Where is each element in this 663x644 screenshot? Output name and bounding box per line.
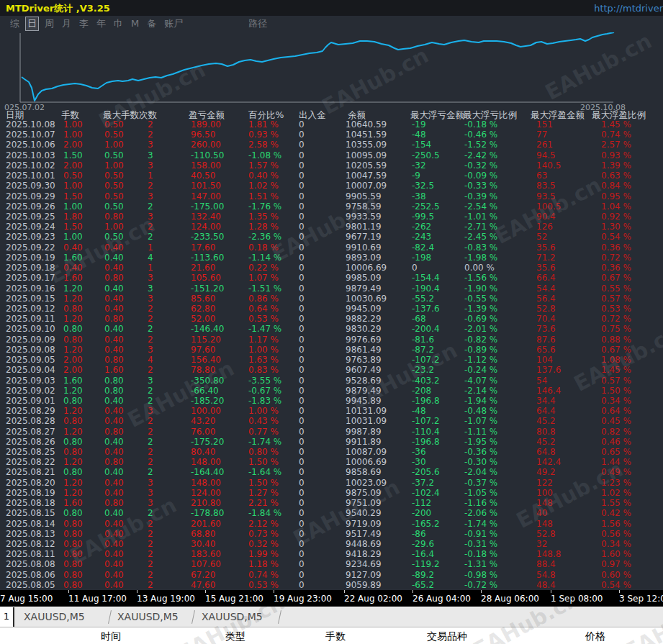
table-cell: 3 (148, 150, 153, 160)
table-row: 2025.10.062.001.003260.002.58 %010355.09… (0, 140, 663, 150)
table-cell: 2.58 % (248, 140, 279, 150)
table-cell: 43.20 (191, 416, 215, 426)
toolbar-item-巾[interactable]: 巾 (112, 17, 125, 30)
table-row: 2025.08.110.800.402183.601.99 %09418.29-… (0, 549, 663, 559)
table-cell: -0.69 % (464, 314, 497, 324)
table-cell: -1.84 % (248, 508, 281, 518)
table-cell: 0.40 (104, 253, 124, 263)
table-cell: 2025.09.26 (6, 201, 55, 212)
table-cell: 2025.08.19 (6, 488, 55, 498)
table-cell: 0 (299, 396, 305, 406)
table-cell: 1.20 (63, 406, 83, 416)
table-cell: 0.97 % (601, 559, 631, 569)
table-cell: 1.00 (104, 222, 124, 232)
table-cell: 3 (148, 294, 153, 304)
table-cell: 2025.09.30 (6, 181, 55, 191)
table-cell: -233.50 (191, 232, 224, 242)
period-toolbar: 综日周月李年巾M备账尸路径 (9, 17, 269, 30)
table-cell: -1.07 % (464, 416, 497, 426)
table-cell: -1.31 % (464, 559, 497, 569)
table-cell: 0.95 % (601, 191, 631, 201)
table-cell: 2 (148, 314, 153, 324)
table-cell: 1.60 (63, 376, 83, 386)
toolbar-item-日[interactable]: 日 (26, 17, 38, 30)
table-cell: 0.80 (63, 396, 83, 406)
toolbar-item-周[interactable]: 周 (43, 17, 55, 30)
table-cell: 32 (536, 539, 547, 549)
table-cell: 2 (148, 570, 153, 580)
table-cell: 54.4 (536, 284, 556, 294)
toolbar-item-李[interactable]: 李 (78, 17, 90, 30)
table-cell: 0 (299, 140, 305, 150)
table-cell: 0.56 % (601, 529, 631, 539)
table-cell: 2.57 % (601, 140, 631, 150)
table-cell: 85.60 (191, 294, 215, 304)
table-cell: 0.80 (104, 355, 124, 365)
table-cell: 2025.10.08 (6, 119, 55, 130)
table-cell: 0 (299, 437, 305, 447)
table-cell: -107.2 (412, 355, 440, 365)
table-cell: 0.73 % (248, 529, 279, 539)
table-cell: -198 (412, 253, 431, 263)
table-cell: 1.00 (63, 232, 83, 242)
table-cell: 2025.09.03 (6, 376, 55, 386)
table-cell: 0.40 (104, 549, 124, 559)
table-cell: -68 (412, 314, 426, 324)
toolbar-item-账尸[interactable]: 账尸 (163, 17, 184, 30)
symbol-tab[interactable]: XAUUSD,M5 (24, 607, 85, 627)
table-cell: 0.80 (63, 447, 83, 457)
axis-tick (412, 590, 413, 593)
table-cell: 0 (299, 253, 305, 263)
table-cell: 2025.09.11 (6, 314, 55, 324)
table-cell: 0 (299, 324, 305, 334)
table-cell: 2 (148, 386, 153, 396)
table-cell: 9893.09 (346, 253, 382, 263)
table-cell: 1.00 (63, 201, 83, 212)
table-cell: 0.80 (63, 335, 83, 345)
table-cell: 1.20 (63, 488, 83, 498)
table-row: 2025.10.022.001.003158.001.57 %010205.59… (0, 160, 663, 171)
table-cell: 1.63 % (248, 355, 279, 365)
table-cell: -165.2 (412, 519, 440, 529)
table-cell: 2025.09.01 (6, 396, 55, 406)
table-cell: 66.4 (536, 273, 556, 283)
vendor-url-link[interactable]: http://mtdriver (594, 3, 663, 14)
table-cell: 65.6 (536, 345, 556, 355)
page-tab[interactable]: 1 (0, 607, 14, 627)
terminal-column-header: 交易品种 (427, 630, 467, 643)
table-cell: 0.50 (104, 130, 124, 140)
table-cell: 260.00 (191, 140, 221, 150)
table-cell: 2025.10.01 (6, 171, 55, 181)
toolbar-item-path[interactable]: 路径 (247, 17, 269, 30)
table-cell: -164.40 (191, 467, 224, 477)
table-cell: 1.60 (63, 253, 83, 263)
table-row: 2025.08.181.600.803210.802.21 %09751.09-… (0, 498, 663, 508)
table-cell: 0 (299, 457, 305, 467)
table-cell: 0.40 (104, 580, 124, 590)
table-cell: 0.80 (63, 508, 83, 518)
table-cell: 48.4 (536, 580, 556, 590)
table-cell: 9059.89 (346, 580, 382, 590)
table-cell: 2 (148, 437, 153, 447)
table-cell: -1.39 % (464, 304, 497, 314)
table-cell: 73.6 (536, 324, 556, 334)
table-cell: 21.60 (191, 263, 215, 273)
toolbar-item-备[interactable]: 备 (145, 17, 158, 30)
toolbar-item-月[interactable]: 月 (60, 17, 73, 30)
table-cell: -36 (412, 447, 426, 457)
toolbar-item-年[interactable]: 年 (95, 17, 107, 30)
toolbar-item-综[interactable]: 综 (9, 17, 21, 30)
table-cell: 71.2 (536, 253, 556, 263)
table-cell: 0.72 % (601, 253, 631, 263)
table-cell: 0.88 % (601, 335, 631, 345)
table-cell: -208 (412, 386, 431, 396)
table-cell: 2 (148, 130, 153, 140)
table-cell: 9234.69 (346, 559, 382, 569)
table-cell: 9879.49 (346, 284, 382, 294)
time-axis-label: 19 Aug 23:00 (274, 594, 332, 604)
symbol-tab[interactable]: XAUUSD,M5 (202, 607, 263, 627)
table-cell: -196.8 (412, 396, 440, 406)
symbol-tab[interactable]: XAUUSD,M5 (117, 607, 179, 627)
table-cell: 35.6 (536, 263, 556, 273)
toolbar-item-M[interactable]: M (130, 17, 140, 30)
